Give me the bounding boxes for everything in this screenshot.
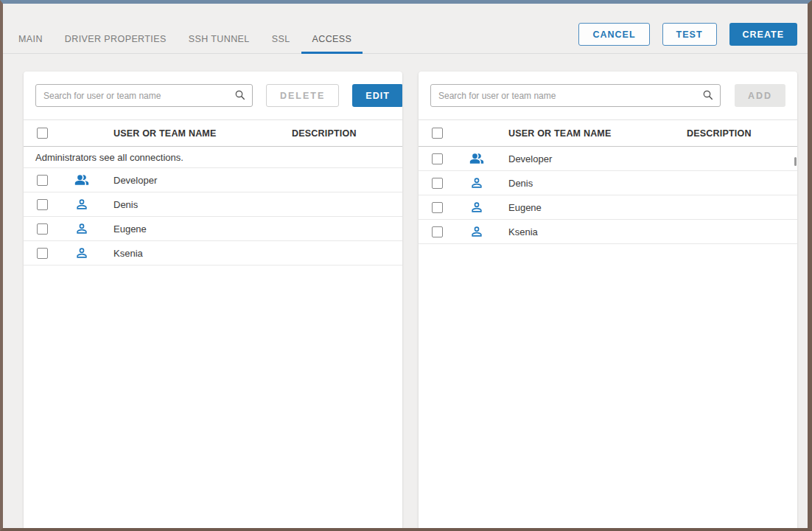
row-checkbox[interactable] [37,223,48,235]
team-icon [469,151,484,166]
row-checkbox[interactable] [432,153,443,164]
admin-notice-row: Administrators see all connections. [24,147,402,168]
dialog-actions: CANCEL TEST CREATE [578,23,797,46]
test-button[interactable]: TEST [662,23,717,46]
edit-button[interactable]: EDIT [352,84,402,107]
tab-driver-properties[interactable]: DRIVER PROPERTIES [54,34,178,53]
name-column-header: USER OR TEAM NAME [100,128,292,139]
description-column-header: DESCRIPTION [687,128,797,139]
user-icon [74,246,89,260]
admin-notice-text: Administrators see all connections. [35,152,183,163]
row-name: Developer [495,153,687,164]
table-row[interactable]: Eugene [419,195,797,220]
row-checkbox[interactable] [37,175,48,186]
row-name: Developer [100,175,292,186]
user-icon [74,221,89,236]
name-column-header: USER OR TEAM NAME [495,128,687,139]
access-content: DELETE EDIT USER OR TEAM NAME DESCRIPTIO… [3,54,808,528]
right-table-header: USER OR TEAM NAME DESCRIPTION [419,119,797,147]
row-name: Eugene [100,223,292,235]
tab-main[interactable]: MAIN [7,34,54,53]
tab-access[interactable]: ACCESS [301,34,363,53]
table-row[interactable]: Eugene [24,217,402,241]
row-checkbox[interactable] [432,178,443,189]
granted-access-panel: DELETE EDIT USER OR TEAM NAME DESCRIPTIO… [24,72,402,528]
row-checkbox[interactable] [432,202,443,213]
table-row[interactable]: Developer [419,147,797,171]
row-checkbox[interactable] [37,248,48,259]
row-name: Denis [495,178,687,189]
table-row[interactable]: Ksenia [419,220,797,244]
row-name: Denis [100,199,292,210]
row-name: Ksenia [495,226,687,237]
cancel-button[interactable]: CANCEL [578,23,649,46]
team-icon [74,173,89,187]
add-button[interactable]: ADD [735,84,785,107]
create-button[interactable]: CREATE [729,23,797,46]
right-search-input[interactable] [430,84,721,107]
tab-bar: MAIN DRIVER PROPERTIES SSH TUNNEL SSL AC… [3,4,808,54]
row-name: Ksenia [100,248,292,259]
tab-ssh-tunnel[interactable]: SSH TUNNEL [178,34,261,53]
user-icon [469,200,484,215]
table-row[interactable]: Denis [419,171,797,195]
left-toolbar: DELETE EDIT [24,72,402,119]
available-access-panel: ADD USER OR TEAM NAME DESCRIPTION Develo… [419,72,797,528]
table-row[interactable]: Denis [24,192,402,217]
left-table-header: USER OR TEAM NAME DESCRIPTION [24,119,402,147]
select-all-checkbox[interactable] [432,128,443,139]
scrollbar-thumb[interactable] [794,157,797,166]
select-all-checkbox[interactable] [37,128,48,139]
tab-ssl[interactable]: SSL [261,34,301,53]
delete-button[interactable]: DELETE [266,84,339,107]
table-row[interactable]: Ksenia [24,241,402,266]
right-toolbar: ADD [419,72,797,119]
row-checkbox[interactable] [432,226,443,237]
user-icon [469,224,484,239]
left-search-input[interactable] [35,84,253,107]
table-row[interactable]: Developer [24,168,402,192]
user-icon [469,176,484,190]
description-column-header: DESCRIPTION [292,128,402,139]
user-icon [74,197,89,212]
row-checkbox[interactable] [37,199,48,210]
row-name: Eugene [495,202,687,213]
